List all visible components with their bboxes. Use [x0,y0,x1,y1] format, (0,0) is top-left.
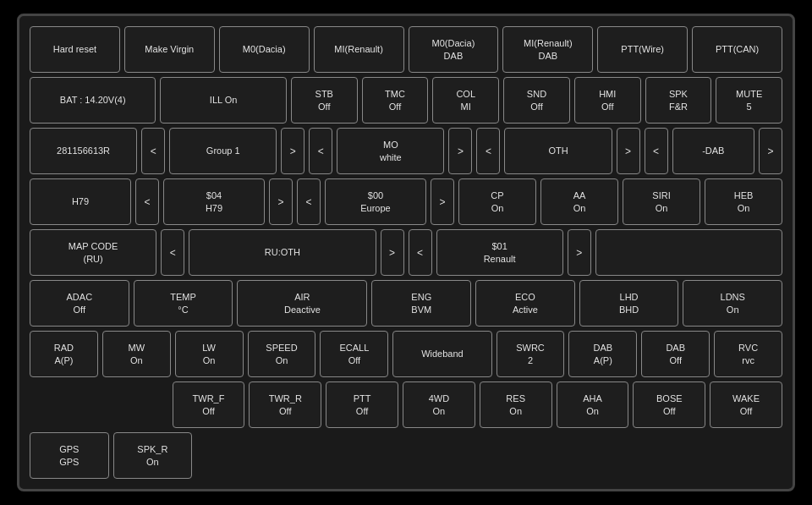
eng-bvm-button[interactable]: ENGBVM [371,280,471,327]
spacer-row9 [196,432,782,479]
s00-arrow-left[interactable]: < [297,178,321,225]
ptt-wire-button[interactable]: PTT(Wire) [597,26,688,73]
hmi-off-button[interactable]: HMIOff [574,77,641,124]
row-6: ADACOff TEMP°C AIRDeactive ENGBVM ECOAct… [30,280,782,327]
s01-renault-button[interactable]: $01Renault [436,229,563,276]
ru-oth-arrow-right[interactable]: > [381,229,404,276]
group-arrow-left[interactable]: < [141,128,165,174]
res-on-button[interactable]: RESOn [480,381,552,428]
empty-row5 [595,229,782,276]
row-4: H79 < $04H79 > < $00Europe > CPOn AAOn S… [30,178,782,225]
m0-dacia-button[interactable]: M0(Dacia) [219,26,310,73]
group-1-button[interactable]: Group 1 [169,128,277,174]
s00-arrow-right[interactable]: > [431,178,454,225]
dab-off-button[interactable]: DABOff [641,331,710,377]
mi-renault-button[interactable]: MI(Renault) [314,26,404,73]
4wd-on-button[interactable]: 4WDOn [403,381,475,428]
make-virgin-button[interactable]: Make Virgin [124,26,215,73]
col-mi-button[interactable]: COLMI [432,77,499,124]
ill-on-button[interactable]: ILL On [160,77,286,124]
dab-minus-button[interactable]: -DAB [672,128,754,174]
temp-c-button[interactable]: TEMP°C [134,280,233,327]
ptt-off-button[interactable]: PTTOff [326,381,398,428]
group-arrow-right[interactable]: > [281,128,304,174]
spacer-row8 [30,381,168,428]
cp-on-button[interactable]: CPOn [458,178,536,225]
swrc-2-button[interactable]: SWRC2 [497,331,565,377]
wideband-button[interactable]: Wideband [392,331,491,377]
s04-h79-button[interactable]: $04H79 [163,178,265,225]
row-7: RADA(P) MWOn LWOn SPEEDOn ECALLOff Wideb… [30,331,782,377]
spk-r-on-button[interactable]: SPK_ROn [113,432,193,479]
snd-off-button[interactable]: SNDOff [503,77,570,124]
map-code-ru-button[interactable]: MAP CODE(RU) [30,229,156,276]
aa-on-button[interactable]: AAOn [540,178,618,225]
hard-reset-button[interactable]: Hard reset [30,26,120,73]
rad-ap-button[interactable]: RADA(P) [30,331,98,377]
h79-button[interactable]: H79 [30,178,131,225]
aha-on-button[interactable]: AHAOn [557,381,629,428]
bose-off-button[interactable]: BOSEOff [633,381,705,428]
rvc-rvc-button[interactable]: RVCrvc [714,331,782,377]
serial-button[interactable]: 281156613R [30,128,137,174]
lhd-bhd-button[interactable]: LHDBHD [579,280,679,327]
mi-renault-dab-button[interactable]: MI(Renault)DAB [502,26,593,73]
m0-dacia-dab-button[interactable]: M0(Dacia)DAB [409,26,499,73]
row-1: Hard reset Make Virgin M0(Dacia) MI(Rena… [30,26,782,73]
s01-arrow-left[interactable]: < [409,229,432,276]
air-deactive-button[interactable]: AIRDeactive [237,280,367,327]
row-5: MAP CODE(RU) < RU:OTH > < $01Renault > [30,229,782,276]
ptt-can-button[interactable]: PTT(CAN) [692,26,782,73]
mw-on-button[interactable]: MWOn [102,331,171,377]
twr-f-off-button[interactable]: TWR_FOff [173,381,245,428]
gps-gps-button[interactable]: GPSGPS [30,432,109,479]
s01-arrow-right[interactable]: > [568,229,591,276]
bat-button[interactable]: BAT : 14.20V(4) [30,77,156,124]
wake-off-button[interactable]: WAKEOff [710,381,782,428]
mute-5-button[interactable]: MUTE5 [716,77,782,124]
dab-arrow-left[interactable]: < [645,128,668,174]
row-8: TWR_FOff TWR_ROff PTTOff 4WDOn RESOn AHA… [30,381,782,428]
row-9: GPSGPS SPK_ROn [30,432,782,479]
mo-white-button[interactable]: MOwhite [337,128,444,174]
row-3: 281156613R < Group 1 > < MOwhite > < OTH… [30,128,782,174]
h79-arrow-right[interactable]: > [269,178,293,225]
tmc-off-button[interactable]: TMCOff [362,77,429,124]
oth-arrow-right[interactable]: > [617,128,640,174]
main-screen: Hard reset Make Virgin M0(Dacia) MI(Rena… [17,14,795,491]
oth-button[interactable]: OTH [504,128,612,174]
dab-arrow-right[interactable]: > [759,128,782,174]
spk-far-button[interactable]: SPKF&R [645,77,712,124]
siri-on-button[interactable]: SIRIOn [623,178,700,225]
h79-arrow-left[interactable]: < [135,178,159,225]
mo-arrow-left[interactable]: < [309,128,332,174]
oth-arrow-left[interactable]: < [476,128,500,174]
ldns-on-button[interactable]: LDNSOn [683,280,782,327]
ru-oth-arrow-left[interactable]: < [161,229,184,276]
mo-arrow-right[interactable]: > [448,128,472,174]
twr-r-off-button[interactable]: TWR_ROff [249,381,321,428]
lw-on-button[interactable]: LWOn [175,331,244,377]
dab-ap-button[interactable]: DABA(P) [568,331,637,377]
ru-oth-button[interactable]: RU:OTH [189,229,376,276]
ecall-off-button[interactable]: ECALLOff [320,331,388,377]
s00-europe-button[interactable]: $00Europe [325,178,426,225]
stb-off-button[interactable]: STBOff [291,77,358,124]
adac-off-button[interactable]: ADACOff [30,280,129,327]
speed-on-button[interactable]: SPEEDOn [248,331,316,377]
eco-active-button[interactable]: ECOActive [475,280,575,327]
row-2: BAT : 14.20V(4) ILL On STBOff TMCOff COL… [30,77,782,124]
heb-on-button[interactable]: HEBOn [705,178,782,225]
